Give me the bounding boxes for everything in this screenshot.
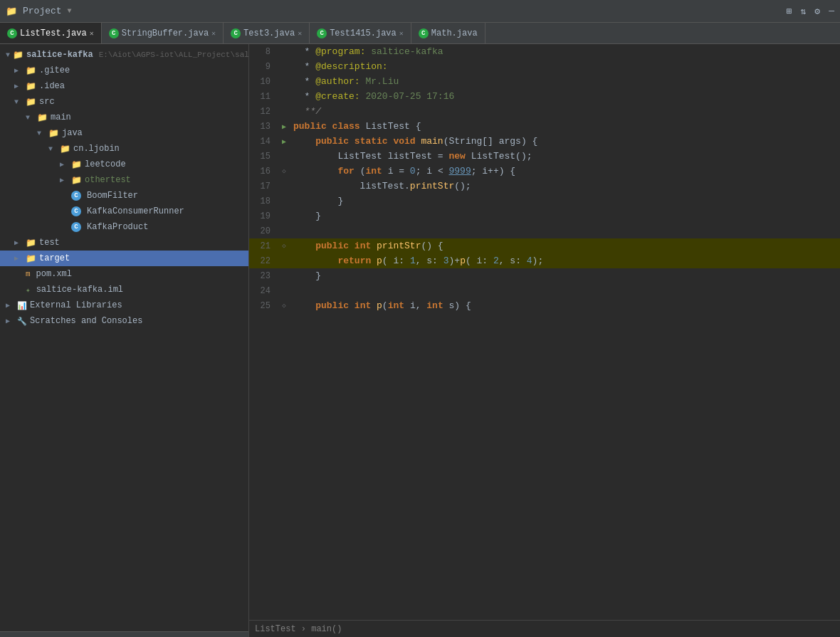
project-label[interactable]: Project [23, 6, 62, 16]
sidebar-item-cnljobin[interactable]: ▼ 📁 cn.ljobin [0, 141, 248, 157]
sync-icon[interactable]: ⇅ [801, 6, 807, 17]
idea-label: .idea [39, 81, 65, 91]
tab-test1415[interactable]: C Test1415.java ✕ [310, 23, 411, 43]
tab-test1415-close[interactable]: ✕ [399, 29, 404, 38]
test3-icon: C [231, 28, 241, 38]
project-folder-icon: 📁 [13, 50, 23, 60]
sidebar-item-test[interactable]: ▶ 📁 test [0, 235, 248, 251]
code-content: 8 * @program: saltice-kafka 9 * @descrip… [249, 44, 840, 620]
sidebar-item-extlibs[interactable]: ▶ 📊 External Libraries [0, 298, 248, 313]
code-line-14: 14 ▶ public static void main(String[] ar… [249, 134, 840, 149]
scratches-label: Scratches and Consoles [30, 316, 142, 326]
java-label: java [62, 128, 83, 138]
line-num-22: 22 [249, 256, 278, 266]
sidebar-item-main[interactable]: ▼ 📁 main [0, 110, 248, 125]
line-num-13: 13 [249, 122, 278, 132]
code-line-17: 17 listTest.printStr(); [249, 179, 840, 194]
main-folder-icon: 📁 [37, 112, 48, 123]
code-line-11: 11 * @create: 2020-07-25 17:16 [249, 89, 840, 104]
line-code-16: for (int i = 0; i < 9999; i++) { [290, 166, 840, 177]
sidebar-item-leetcode[interactable]: ▶ 📁 leetcode [0, 157, 248, 172]
sidebar-item-kafkaconsumer[interactable]: C KafkaConsumerRunner [0, 204, 248, 219]
sidebar-item-kafkaproduct[interactable]: C KafkaProduct [0, 219, 248, 235]
java-folder-icon: 📁 [48, 128, 59, 139]
line-code-23: } [290, 270, 840, 281]
line-code-19: } [290, 211, 840, 221]
iml-icon: ✦ [26, 285, 31, 295]
sidebar-item-java[interactable]: ▼ 📁 java [0, 125, 248, 141]
line-num-9: 9 [249, 62, 278, 72]
line-code-22: return p( i: 1, s: 3)+p( i: 2, s: 4); [290, 256, 840, 266]
code-line-13: 13 ▶ public class ListTest { [249, 119, 840, 134]
leetcode-folder-icon: 📁 [71, 159, 82, 170]
leetcode-label: leetcode [85, 159, 126, 169]
sidebar-item-src[interactable]: ▼ 📁 src [0, 94, 248, 110]
top-bar-icons: ⊞ ⇅ ⚙ — [787, 6, 834, 17]
stringbuffer-icon: C [109, 28, 119, 38]
listtest-icon: C [7, 28, 17, 38]
code-line-19: 19 } [249, 209, 840, 223]
tab-listtest[interactable]: C ListTest.java ✕ [0, 23, 102, 43]
code-line-22: 22 return p( i: 1, s: 3)+p( i: 2, s: 4); [249, 253, 840, 268]
cnljobin-folder-icon: 📁 [60, 144, 70, 154]
sidebar-item-scratches[interactable]: ▶ 🔧 Scratches and Consoles [0, 313, 248, 329]
sidebar-item-pomxml[interactable]: m pom.xml [0, 266, 248, 282]
tab-listtest-close[interactable]: ✕ [90, 29, 94, 38]
gitee-folder-icon: 📁 [26, 65, 36, 76]
gitee-label: .gitee [39, 65, 70, 75]
othertest-expand-arrow: ▶ [60, 176, 68, 184]
sidebar-item-project[interactable]: ▼ 📁 saltice-kafka E:\Aiot\AGPS-iot\ALL_P… [0, 47, 248, 63]
tab-test3[interactable]: C Test3.java ✕ [224, 23, 310, 43]
line-num-19: 19 [249, 211, 278, 221]
main-label: main [51, 112, 71, 122]
line-num-10: 10 [249, 77, 278, 87]
code-line-16: 16 ◇ for (int i = 0; i < 9999; i++) { [249, 164, 840, 179]
code-line-24: 24 [249, 283, 840, 298]
sidebar-scrollbar[interactable] [0, 631, 248, 637]
settings-icon[interactable]: ⚙ [814, 6, 820, 17]
scratches-expand-arrow: ▶ [6, 317, 14, 325]
gutter-14: ▶ [278, 137, 290, 146]
main-layout: ▼ 📁 saltice-kafka E:\Aiot\AGPS-iot\ALL_P… [0, 44, 840, 637]
pomxml-label: pom.xml [36, 269, 72, 279]
tab-stringbuffer-close[interactable]: ✕ [211, 29, 216, 38]
tab-math-label: Math.java [431, 28, 478, 38]
test-label: test [39, 238, 60, 248]
kafkaproduct-icon: C [71, 222, 81, 232]
line-code-17: listTest.printStr(); [290, 181, 840, 191]
project-name-label: saltice-kafka [26, 50, 93, 60]
sidebar-item-othertest[interactable]: ▶ 📁 othertest [0, 172, 248, 188]
sidebar-item-target[interactable]: ▶ 📁 target [0, 251, 248, 266]
add-window-icon[interactable]: ⊞ [787, 6, 792, 17]
breadcrumb-text: ListTest › main() [255, 624, 342, 634]
othertest-folder-icon: 📁 [71, 175, 82, 186]
code-lines: 8 * @program: saltice-kafka 9 * @descrip… [249, 44, 840, 313]
target-label: target [39, 253, 70, 263]
pomxml-icon: m [26, 270, 31, 278]
sidebar-item-idea[interactable]: ▶ 📁 .idea [0, 78, 248, 94]
tab-stringbuffer[interactable]: C StringBuffer.java ✕ [102, 23, 224, 43]
line-code-25: public int p(int i, int s) { [290, 300, 840, 311]
line-code-11: * @create: 2020-07-25 17:16 [290, 91, 840, 102]
gutter-25: ◇ [278, 302, 290, 310]
main-expand-arrow: ▼ [26, 114, 34, 122]
line-num-25: 25 [249, 301, 278, 311]
gitee-expand-arrow: ▶ [14, 66, 23, 75]
line-num-20: 20 [249, 226, 278, 236]
minimize-icon[interactable]: — [829, 6, 834, 17]
math-icon: C [419, 28, 429, 38]
sidebar-item-iml[interactable]: ✦ saltice-kafka.iml [0, 282, 248, 298]
line-code-12: **/ [290, 106, 840, 117]
boomfilter-label: BoomFilter [87, 191, 138, 201]
sidebar-tree: ▼ 📁 saltice-kafka E:\Aiot\AGPS-iot\ALL_P… [0, 44, 248, 631]
iml-label: saltice-kafka.iml [36, 285, 123, 295]
tab-math[interactable]: C Math.java [411, 23, 485, 43]
sidebar-item-gitee[interactable]: ▶ 📁 .gitee [0, 63, 248, 78]
project-expand-arrow: ▼ [6, 51, 10, 59]
boomfilter-icon: C [71, 191, 81, 201]
test1415-icon: C [317, 28, 327, 38]
dropdown-arrow[interactable]: ▼ [68, 7, 72, 15]
sidebar-item-boomfilter[interactable]: C BoomFilter [0, 188, 248, 204]
tab-test3-close[interactable]: ✕ [298, 29, 302, 38]
project-folder-icon: 📁 [6, 6, 17, 17]
